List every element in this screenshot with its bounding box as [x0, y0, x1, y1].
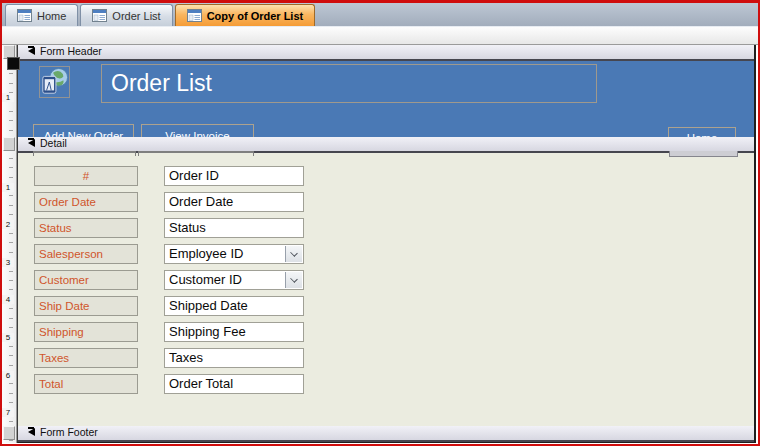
- clipped-control-outline: [33, 151, 136, 156]
- form-design-surface: Form Header Order List Add New Order: [17, 45, 756, 443]
- clipped-control-outline: [138, 151, 254, 156]
- tab-label: Home: [37, 10, 66, 22]
- tab-label: Order List: [112, 10, 160, 22]
- ruler-number: 6: [2, 371, 14, 380]
- combobox-text: Customer ID: [169, 272, 242, 287]
- combobox-customer-id[interactable]: Customer ID: [164, 270, 304, 290]
- textbox-text: Order Date: [169, 194, 233, 209]
- combo-dropdown-button[interactable]: [285, 272, 302, 288]
- ruler-number: 3: [2, 258, 14, 267]
- ruler-number: 4: [2, 295, 14, 304]
- field-label-ship-date[interactable]: Ship Date: [34, 296, 138, 316]
- textbox-order-total[interactable]: Order Total: [164, 374, 304, 394]
- field-label-order-id[interactable]: #: [34, 166, 138, 186]
- form-footer-section-selector[interactable]: [3, 426, 15, 440]
- tab-label: Copy of Order List: [207, 10, 304, 22]
- horizontal-ruler[interactable]: 12345678910111213141516171819: [2, 27, 758, 45]
- vertical-ruler[interactable]: 11234567: [2, 45, 17, 443]
- section-title: Form Footer: [40, 426, 98, 438]
- combobox-text: Employee ID: [169, 246, 243, 261]
- form-footer-section-bar[interactable]: Form Footer: [18, 426, 754, 442]
- clipped-control-outline: [669, 151, 738, 157]
- field-label-taxes[interactable]: Taxes: [34, 348, 138, 368]
- textbox-taxes[interactable]: Taxes: [164, 348, 304, 368]
- section-title: Form Header: [40, 45, 102, 57]
- field-label-status[interactable]: Status: [34, 218, 138, 238]
- form-title-label[interactable]: Order List: [101, 64, 597, 103]
- field-label-shipping[interactable]: Shipping: [34, 322, 138, 342]
- chevron-down-icon: [290, 275, 298, 283]
- textbox-text: Taxes: [169, 350, 203, 365]
- section-collapse-arrow-icon: [28, 428, 35, 436]
- form-tab-icon: [17, 9, 32, 22]
- textbox-order-date[interactable]: Order Date: [164, 192, 304, 212]
- form-tab-icon: [92, 9, 107, 22]
- form-selector-box[interactable]: [7, 57, 20, 70]
- ruler-number: 7: [2, 408, 14, 417]
- document-tab-bar: Home Order List Copy of Order List: [2, 3, 758, 27]
- tab-strip: Home Order List Copy of Order List: [5, 4, 317, 26]
- form-header-section-bar[interactable]: Form Header: [18, 45, 754, 61]
- combobox-employee-id[interactable]: Employee ID: [164, 244, 304, 264]
- vertical-ruler-ticks: [9, 45, 13, 443]
- section-collapse-arrow-icon: [28, 139, 35, 147]
- section-collapse-arrow-icon: [28, 47, 35, 55]
- field-label-customer[interactable]: Customer: [34, 270, 138, 290]
- form-header-band: Order List Add New Order View Invoice Ho…: [18, 61, 754, 137]
- textbox-text: Shipped Date: [169, 298, 248, 313]
- tab-order-list[interactable]: Order List: [80, 4, 172, 26]
- field-label-salesperson[interactable]: Salesperson: [34, 244, 138, 264]
- tab-home[interactable]: Home: [5, 4, 78, 26]
- ruler-number: 1: [2, 183, 14, 192]
- combo-dropdown-button[interactable]: [285, 246, 302, 262]
- textbox-order-id[interactable]: Order ID: [164, 166, 304, 186]
- field-label-order-date[interactable]: Order Date: [34, 192, 138, 212]
- ruler-number: 2: [2, 220, 14, 229]
- textbox-text: Order ID: [169, 168, 219, 183]
- detail-section-selector[interactable]: [3, 137, 15, 151]
- textbox-text: Status: [169, 220, 206, 235]
- form-globe-icon[interactable]: [39, 66, 70, 98]
- textbox-shipped-date[interactable]: Shipped Date: [164, 296, 304, 316]
- chevron-down-icon: [290, 249, 298, 257]
- field-label-total[interactable]: Total: [34, 374, 138, 394]
- textbox-text: Shipping Fee: [169, 324, 246, 339]
- tab-copy-of-order-list[interactable]: Copy of Order List: [175, 4, 316, 26]
- textbox-text: Order Total: [169, 376, 233, 391]
- ruler-number: 5: [2, 333, 14, 342]
- textbox-status[interactable]: Status: [164, 218, 304, 238]
- ruler-number: 1: [2, 93, 14, 102]
- form-tab-icon: [187, 9, 202, 22]
- form-title-text: Order List: [111, 70, 212, 96]
- textbox-shipping-fee[interactable]: Shipping Fee: [164, 322, 304, 342]
- access-design-view-window: Home Order List Copy of Order List 12345…: [0, 0, 760, 446]
- section-title: Detail: [40, 137, 67, 149]
